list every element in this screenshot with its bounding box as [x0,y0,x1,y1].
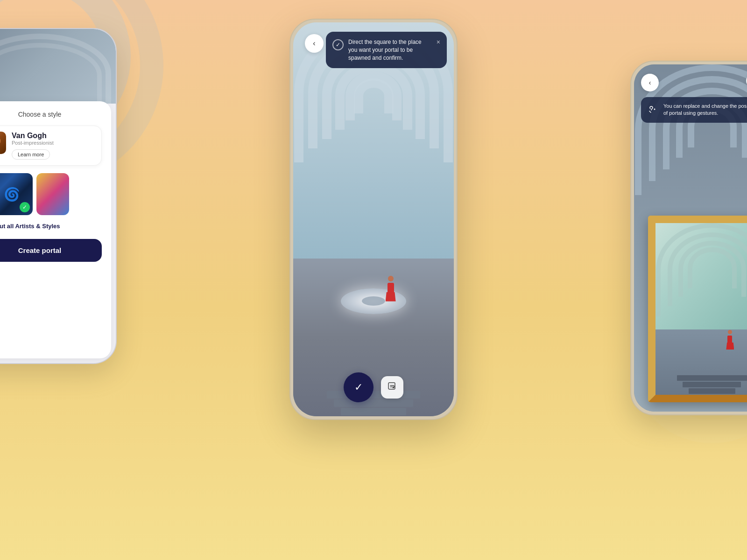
create-portal-button[interactable]: Create portal [0,239,102,262]
frame-red-figure [725,329,734,352]
gold-frame [648,216,747,402]
notif-check-icon: ✓ [332,39,344,50]
right-back-button[interactable]: ‹ [641,74,659,91]
edit-icon [388,382,397,393]
artist-info: Van Gogh Post-impressionist Learn more [12,132,96,160]
confirm-button[interactable]: ✓ [344,372,374,402]
frame-arch-container [655,223,747,335]
arch-6 [354,78,394,113]
notification-close-button[interactable]: × [437,38,440,46]
back-button[interactable]: ‹ [305,34,324,53]
confirm-icon: ✓ [354,381,363,393]
portal-inner [362,296,385,306]
right-phone: ‹ ↺ Reset You can replace and change the… [630,61,747,415]
right-notification-banner: You can replace and change the position … [641,97,747,123]
svg-point-1 [654,109,655,110]
f-arch-4 [688,247,737,288]
artist-avatar [0,132,6,154]
artist-card: Van Gogh Post-impressionist Learn more [0,126,102,166]
left-phone-arch-bg [0,29,116,104]
center-phone-inner: ‹ ✓ Direct the square to the place you w… [293,22,454,416]
artist-style: Post-impressionist [12,140,96,146]
right-ar-scene: ‹ ↺ Reset You can replace and change the… [634,64,747,412]
edit-button[interactable] [381,376,403,399]
frame-step-2 [683,382,741,387]
right-back-icon: ‹ [649,79,651,86]
notification-banner: ✓ Direct the square to the place you wan… [326,32,447,68]
learn-more-button[interactable]: Learn more [12,149,50,160]
thumb-colorful[interactable] [36,173,69,215]
frame-steps [677,375,747,395]
thumb-starry-night[interactable]: ✓ [0,173,33,215]
figure-head [388,276,394,281]
notification-text: Direct the square to the place you want … [348,38,432,62]
left-phone-card: Choose a style Van Gogh Post-impressioni… [0,101,111,358]
artist-name: Van Gogh [12,132,96,140]
step-3 [341,408,406,415]
right-phone-inner: ‹ ↺ Reset You can replace and change the… [634,64,747,412]
left-phone: Choose a style Van Gogh Post-impressioni… [0,28,117,364]
frame-content [655,223,747,395]
left-phone-inner: Choose a style Van Gogh Post-impressioni… [0,29,116,363]
frame-figure-skirt [726,343,734,350]
frame-figure-head [728,330,732,334]
style-thumbnails: ✓ [0,173,102,215]
selected-check: ✓ [20,202,30,212]
artists-link[interactable]: ore about all Artists & Styles [0,223,102,230]
bottom-actions: ✓ [293,372,454,402]
figure-skirt [386,292,396,301]
frame-step-1 [677,375,747,381]
back-icon: ‹ [313,39,315,48]
ar-scene: ‹ ✓ Direct the square to the place you w… [293,22,454,416]
right-notification-text: You can replace and change the position … [663,103,747,117]
svg-rect-0 [388,383,395,389]
right-notif-icon [647,103,660,116]
choose-style-title: Choose a style [0,111,102,118]
red-figure [384,273,398,306]
center-phone: ‹ ✓ Direct the square to the place you w… [289,19,458,420]
frame-step-3 [689,388,735,394]
